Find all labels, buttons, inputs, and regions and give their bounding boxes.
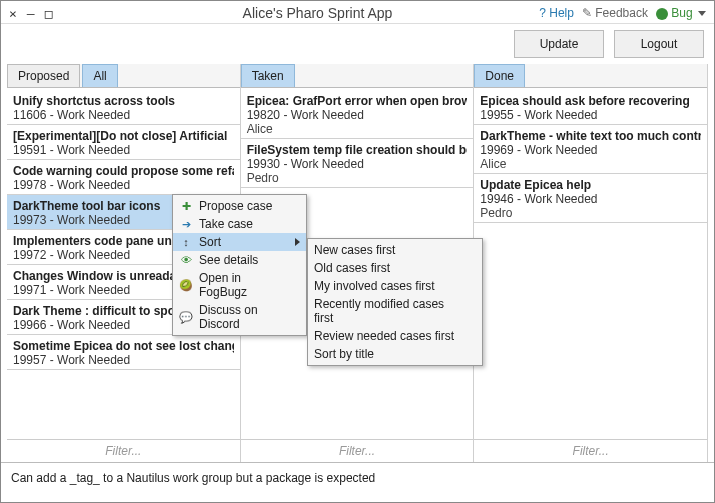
item-meta: 19930 - Work Needed	[247, 157, 468, 171]
menu-item-open-in-fogbugz[interactable]: 🥝Open in FogBugz	[173, 269, 306, 301]
menu-item-discuss-on-discord[interactable]: 💬Discuss on Discord	[173, 301, 306, 333]
list-item[interactable]: Unify shortctus across tools11606 - Work…	[7, 90, 240, 125]
logout-button[interactable]: Logout	[614, 30, 704, 58]
arrow-icon: ➔	[179, 218, 193, 231]
titlebar: × – □ Alice's Pharo Sprint App ? Help ✎ …	[1, 1, 714, 24]
tab-taken[interactable]: Taken	[241, 64, 295, 87]
tab-proposed[interactable]: Proposed	[7, 64, 80, 87]
menu-item-label: My involved cases first	[314, 279, 435, 293]
kiwi-icon: 🥝	[179, 279, 193, 292]
item-assignee: Pedro	[480, 206, 701, 220]
filter-proposed[interactable]: Filter...	[7, 439, 240, 462]
update-button[interactable]: Update	[514, 30, 604, 58]
filter-taken[interactable]: Filter...	[241, 439, 474, 462]
item-assignee: Alice	[247, 122, 468, 136]
list-item[interactable]: DarkTheme - white text too much contras1…	[474, 125, 707, 174]
sort-option-sort-by-title[interactable]: Sort by title	[308, 345, 482, 363]
chevron-down-icon	[698, 11, 706, 16]
item-meta: 19591 - Work Needed	[13, 143, 234, 157]
help-icon: ?	[539, 6, 546, 20]
menu-item-see-details[interactable]: 👁See details	[173, 251, 306, 269]
item-meta: 19946 - Work Needed	[480, 192, 701, 206]
sort-option-recently-modified-cases-first[interactable]: Recently modified cases first	[308, 295, 482, 327]
list-item[interactable]: Sometime Epicea do not see lost chang199…	[7, 335, 240, 370]
item-title: DarkTheme - white text too much contras	[480, 129, 701, 143]
minimize-window-button[interactable]: –	[27, 7, 35, 20]
sort-option-new-cases-first[interactable]: New cases first	[308, 241, 482, 259]
item-title: Unify shortctus across tools	[13, 94, 234, 108]
chevron-right-icon	[295, 238, 300, 246]
item-title: Update Epicea help	[480, 178, 701, 192]
menu-item-label: Open in FogBugz	[199, 271, 286, 299]
list-done[interactable]: Epicea should ask before recovering19955…	[474, 88, 707, 439]
item-title: Epicea: GrafPort error when open browse	[247, 94, 468, 108]
item-assignee: Alice	[480, 157, 701, 171]
item-meta: 19957 - Work Needed	[13, 353, 234, 367]
eye-icon: 👁	[179, 254, 193, 266]
item-title: [Experimental][Do not close] Artificial	[13, 129, 234, 143]
menu-item-label: Take case	[199, 217, 253, 231]
pencil-icon: ✎	[582, 6, 592, 20]
menu-item-label: See details	[199, 253, 258, 267]
chat-icon: 💬	[179, 311, 193, 324]
menu-item-label: Sort	[199, 235, 221, 249]
menu-item-label: Recently modified cases first	[314, 297, 462, 325]
item-title: Code warning could propose some refa	[13, 164, 234, 178]
menu-item-label: Discuss on Discord	[199, 303, 286, 331]
column-done: Done Epicea should ask before recovering…	[474, 64, 708, 462]
item-meta: 19820 - Work Needed	[247, 108, 468, 122]
item-title: FileSystem temp file creation should be …	[247, 143, 468, 157]
menu-item-take-case[interactable]: ➔Take case	[173, 215, 306, 233]
item-meta: 19978 - Work Needed	[13, 178, 234, 192]
tab-all[interactable]: All	[82, 64, 117, 87]
help-link[interactable]: ? Help	[539, 6, 574, 20]
sort-option-my-involved-cases-first[interactable]: My involved cases first	[308, 277, 482, 295]
sort-option-old-cases-first[interactable]: Old cases first	[308, 259, 482, 277]
toolbar: Update Logout	[1, 24, 714, 64]
bug-icon	[656, 8, 668, 20]
list-item[interactable]: FileSystem temp file creation should be …	[241, 139, 474, 188]
item-meta: 19969 - Work Needed	[480, 143, 701, 157]
item-assignee: Pedro	[247, 171, 468, 185]
filter-done[interactable]: Filter...	[474, 439, 707, 462]
list-item[interactable]: [Experimental][Do not close] Artificial1…	[7, 125, 240, 160]
menu-item-label: New cases first	[314, 243, 395, 257]
close-window-button[interactable]: ×	[9, 7, 17, 20]
feedback-link[interactable]: ✎ Feedback	[582, 6, 648, 20]
sort-icon: ↕	[179, 236, 193, 248]
context-menu-sort-submenu[interactable]: New cases firstOld cases firstMy involve…	[307, 238, 483, 366]
list-item[interactable]: Epicea: GrafPort error when open browse1…	[241, 90, 474, 139]
menu-item-sort[interactable]: ↕Sort	[173, 233, 306, 251]
tab-done[interactable]: Done	[474, 64, 525, 87]
menu-item-label: Sort by title	[314, 347, 374, 361]
maximize-window-button[interactable]: □	[45, 7, 53, 20]
list-item[interactable]: Epicea should ask before recovering19955…	[474, 90, 707, 125]
status-bar: Can add a _tag_ to a Nautilus work group…	[1, 462, 714, 502]
menu-item-label: Propose case	[199, 199, 272, 213]
item-meta: 19955 - Work Needed	[480, 108, 701, 122]
bug-dropdown[interactable]: Bug	[656, 6, 706, 20]
list-item[interactable]: Code warning could propose some refa1997…	[7, 160, 240, 195]
menu-item-label: Old cases first	[314, 261, 390, 275]
sort-option-review-needed-cases-first[interactable]: Review needed cases first	[308, 327, 482, 345]
context-menu[interactable]: ✚Propose case➔Take case↕Sort👁See details…	[172, 194, 307, 336]
plus-icon: ✚	[179, 200, 193, 213]
list-item[interactable]: Update Epicea help19946 - Work NeededPed…	[474, 174, 707, 223]
menu-item-label: Review needed cases first	[314, 329, 454, 343]
window-title: Alice's Pharo Sprint App	[129, 5, 506, 21]
item-title: Epicea should ask before recovering	[480, 94, 701, 108]
menu-item-propose-case[interactable]: ✚Propose case	[173, 197, 306, 215]
item-meta: 11606 - Work Needed	[13, 108, 234, 122]
item-title: Sometime Epicea do not see lost chang	[13, 339, 234, 353]
